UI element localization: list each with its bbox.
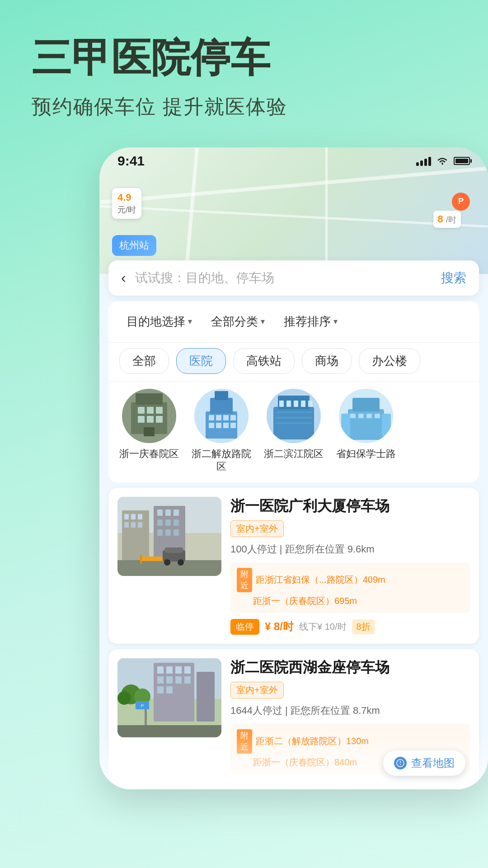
svg-rect-65 <box>165 547 183 553</box>
svg-rect-85 <box>117 725 221 737</box>
svg-rect-41 <box>375 414 380 418</box>
hospital-row: 浙一庆春院区 <box>108 382 479 482</box>
back-button[interactable]: ‹ <box>121 269 126 286</box>
svg-rect-18 <box>209 423 214 428</box>
sort-filter[interactable]: 推荐排序 ▾ <box>277 310 345 333</box>
svg-rect-4 <box>147 407 154 414</box>
search-input-placeholder[interactable]: 试试搜：目的地、停车场 <box>135 269 441 287</box>
svg-rect-55 <box>157 519 163 526</box>
category-filter-arrow: ▾ <box>261 316 265 326</box>
svg-rect-39 <box>358 414 364 418</box>
signal-bar-1 <box>416 162 419 166</box>
status-bar: 9:41 <box>99 147 488 175</box>
svg-rect-81 <box>175 676 182 684</box>
card-2-stats: 1644人停过 | 距您所在位置 8.7km <box>230 704 470 717</box>
map-price-badge-2: 8 /时 <box>433 211 461 228</box>
svg-rect-74 <box>197 672 215 722</box>
category-filter[interactable]: 全部分类 ▾ <box>204 310 272 333</box>
svg-rect-58 <box>157 529 163 536</box>
hero-title: 三甲医院停车 <box>32 36 456 80</box>
map-road <box>99 205 488 227</box>
hospital-circle-3 <box>267 389 321 443</box>
svg-rect-3 <box>138 407 145 414</box>
hospital-img-4 <box>339 389 393 443</box>
svg-rect-14 <box>209 415 214 420</box>
category-filter-label: 全部分类 <box>211 314 258 330</box>
svg-rect-27 <box>276 422 312 424</box>
hospital-img-1 <box>122 389 176 443</box>
svg-text:P: P <box>141 703 144 708</box>
svg-marker-90 <box>399 760 401 763</box>
cat-tag-office[interactable]: 办公楼 <box>359 348 420 374</box>
svg-rect-76 <box>166 666 173 674</box>
svg-rect-40 <box>366 414 372 418</box>
svg-rect-7 <box>147 416 154 423</box>
compass-icon <box>396 759 404 767</box>
signal-bar-3 <box>424 159 427 166</box>
svg-rect-30 <box>294 401 298 407</box>
map-station-label: 杭州站 <box>119 240 149 251</box>
map-view-label: 查看地图 <box>411 756 455 770</box>
svg-rect-5 <box>156 407 163 414</box>
card-2-badge: 室内+室外 <box>230 682 284 698</box>
discount-badge-1: 8折 <box>352 619 375 634</box>
hospital-name-3: 浙二滨江院区 <box>264 448 324 461</box>
parking-img-1 <box>117 497 221 576</box>
signal-bar-4 <box>428 157 431 166</box>
svg-rect-53 <box>165 509 171 516</box>
svg-rect-60 <box>174 529 179 536</box>
svg-rect-8 <box>156 416 163 423</box>
card-1-image <box>117 497 221 576</box>
nearby-tag-2: 附近 <box>237 729 252 754</box>
svg-rect-46 <box>131 514 136 519</box>
nearby-dist-4: 距浙一（庆春院区）840m <box>253 756 357 769</box>
hospital-name-4: 省妇保学士路 <box>336 448 396 461</box>
svg-point-72 <box>117 691 131 705</box>
nearby-tag-1: 附近 <box>237 568 252 592</box>
map-parking-pin: P <box>452 193 470 211</box>
svg-rect-80 <box>166 676 173 684</box>
map-view-icon <box>394 757 407 769</box>
cat-tag-hospital[interactable]: 医院 <box>176 348 226 374</box>
svg-rect-28 <box>279 401 284 407</box>
svg-rect-29 <box>286 401 291 407</box>
svg-rect-19 <box>216 423 221 428</box>
svg-rect-82 <box>184 676 191 684</box>
svg-rect-54 <box>174 509 179 516</box>
svg-rect-21 <box>230 423 236 428</box>
search-bar[interactable]: ‹ 试试搜：目的地、停车场 搜索 <box>108 260 479 296</box>
svg-rect-2 <box>136 393 163 405</box>
hospital-item-3[interactable]: 浙二滨江院区 <box>262 389 325 473</box>
destination-filter-arrow: ▾ <box>188 316 192 326</box>
cat-tag-mall[interactable]: 商场 <box>302 348 352 374</box>
nearby-dist-1: 距浙江省妇保（...路院区）409m <box>256 574 385 586</box>
svg-rect-52 <box>157 509 163 516</box>
parking-card-1[interactable]: 浙一医院广利大厦停车场 室内+室外 100人停过 | 距您所在位置 9.6km … <box>108 488 479 644</box>
map-station-badge: 杭州站 <box>112 235 156 256</box>
wifi-icon <box>436 156 448 166</box>
hospital-item-2[interactable]: 浙二解放路院区 <box>190 389 253 473</box>
hospital-img-2 <box>194 389 249 443</box>
svg-rect-78 <box>184 666 191 674</box>
cat-tag-railway[interactable]: 高铁站 <box>233 348 295 374</box>
parking-card-2[interactable]: P 浙二医院西湖金座停车场 室内+室外 1644人停过 | 距您所在位置 8.7… <box>108 649 479 789</box>
hospital-circle-1 <box>122 389 176 443</box>
map-view-button[interactable]: 查看地图 <box>383 750 465 776</box>
battery-fill <box>455 159 468 163</box>
search-button[interactable]: 搜索 <box>441 269 466 287</box>
svg-rect-38 <box>350 414 356 418</box>
destination-filter[interactable]: 目的地选择 ▾ <box>119 310 199 333</box>
hospital-item-1[interactable]: 浙一庆春院区 <box>117 389 181 473</box>
svg-rect-84 <box>166 686 173 693</box>
cat-tag-all[interactable]: 全部 <box>119 348 169 374</box>
hospital-img-3 <box>267 389 321 443</box>
svg-rect-77 <box>175 666 182 674</box>
hospital-circle-2 <box>194 389 249 443</box>
map-price-unit: 元/时 <box>117 205 136 214</box>
card-1-title: 浙一医院广利大厦停车场 <box>230 497 470 516</box>
hospital-item-4[interactable]: 省妇保学士路 <box>334 389 398 473</box>
svg-rect-32 <box>308 401 313 407</box>
svg-rect-13 <box>215 391 228 400</box>
battery-icon <box>454 157 470 165</box>
svg-point-67 <box>178 559 184 566</box>
